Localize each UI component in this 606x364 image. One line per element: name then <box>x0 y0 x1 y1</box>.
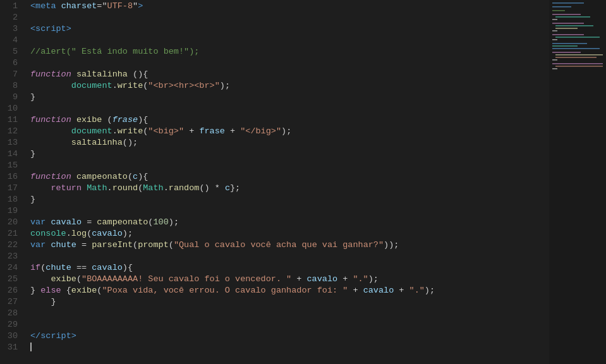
svg-rect-18 <box>555 54 603 56</box>
svg-rect-13 <box>552 39 557 40</box>
code-line: 30</script> <box>0 330 549 341</box>
line-content: var cavalo = campeonato(100); <box>25 217 549 227</box>
line-number: 13 <box>0 138 25 147</box>
code-line: 11function exibe (frase){ <box>0 114 549 125</box>
line-number: 27 <box>0 297 25 306</box>
line-content: return Math.round(Math.random() * c}; <box>25 183 549 193</box>
line-content: exibe("BOAAAAAAAA! Seu cavalo foi o venc… <box>25 274 549 284</box>
code-line: 7function saltalinha (){ <box>0 68 549 80</box>
svg-rect-12 <box>555 37 600 38</box>
code-line: 18} <box>0 193 549 205</box>
line-content: if(chute == cavalo){ <box>25 263 549 272</box>
line-content: function exibe (frase){ <box>25 115 549 124</box>
line-number: 22 <box>0 240 25 250</box>
svg-rect-2 <box>552 6 571 8</box>
line-content: //alert(" Está indo muito bem!"); <box>25 47 549 56</box>
code-line: 5//alert(" Está indo muito bem!"); <box>0 46 549 57</box>
svg-rect-20 <box>552 59 557 61</box>
line-number: 21 <box>0 229 25 238</box>
line-content: document.write("<br><hr><br>"); <box>25 81 549 90</box>
line-number: 15 <box>0 161 25 170</box>
line-number: 26 <box>0 286 25 295</box>
code-line: 23 <box>0 250 549 262</box>
line-content: } <box>25 195 549 204</box>
code-line: 15 <box>0 159 549 171</box>
line-number: 6 <box>0 58 25 68</box>
line-content: </script> <box>25 331 549 341</box>
code-line: 25 exibe("BOAAAAAAAA! Seu cavalo foi o v… <box>0 273 549 284</box>
line-number: 9 <box>0 92 25 102</box>
code-line: 10 <box>0 102 549 114</box>
line-number: 10 <box>0 104 25 113</box>
text-cursor <box>30 343 32 351</box>
code-lines: 1<meta charset="UTF-8">23<script>45//ale… <box>0 0 549 364</box>
line-number: 31 <box>0 343 25 352</box>
minimap <box>549 0 606 364</box>
code-line: 28 <box>0 307 549 318</box>
line-number: 29 <box>0 320 25 329</box>
line-number: 14 <box>0 149 25 159</box>
line-number: 11 <box>0 115 25 124</box>
code-line: 1<meta charset="UTF-8"> <box>0 0 549 11</box>
line-number: 30 <box>0 331 25 341</box>
svg-rect-6 <box>552 19 557 20</box>
line-content: } <box>25 149 549 159</box>
code-line: 19 <box>0 205 549 216</box>
code-line: 26} else {exibe("Poxa vida, você errou. … <box>0 284 549 296</box>
svg-rect-14 <box>552 43 587 44</box>
code-line: 6 <box>0 57 549 68</box>
line-number: 5 <box>0 47 25 56</box>
svg-rect-9 <box>555 28 578 29</box>
code-line: 31 <box>0 341 549 353</box>
code-line: 3<script> <box>0 23 549 34</box>
svg-rect-5 <box>555 16 590 18</box>
code-line: 16function campeonato(c){ <box>0 171 549 182</box>
line-content: document.write("<big>" + frase + "</big>… <box>25 126 549 136</box>
line-number: 18 <box>0 195 25 204</box>
line-number: 8 <box>0 81 25 90</box>
line-number: 3 <box>0 24 25 33</box>
code-line: 13 saltalinha(); <box>0 136 549 148</box>
svg-rect-17 <box>552 52 581 53</box>
line-content: <meta charset="UTF-8"> <box>25 1 549 11</box>
svg-rect-15 <box>552 46 578 47</box>
line-number: 19 <box>0 206 25 215</box>
code-line: 20var cavalo = campeonato(100); <box>0 216 549 228</box>
line-number: 23 <box>0 252 25 261</box>
line-content: var chute = parseInt(prompt("Qual o cava… <box>25 240 549 250</box>
line-number: 17 <box>0 183 25 193</box>
line-number: 7 <box>0 70 25 79</box>
code-line: 8 document.write("<br><hr><br>"); <box>0 80 549 91</box>
code-line: 9} <box>0 91 549 102</box>
line-content: } <box>25 297 549 306</box>
line-content: <script> <box>25 24 549 33</box>
svg-rect-21 <box>552 63 603 64</box>
code-line: 14} <box>0 148 549 159</box>
svg-rect-8 <box>555 25 593 27</box>
line-number: 16 <box>0 172 25 181</box>
code-line: 29 <box>0 318 549 330</box>
line-number: 4 <box>0 35 25 45</box>
code-line: 27 } <box>0 296 549 307</box>
code-line: 17 return Math.round(Math.random() * c}; <box>0 182 549 193</box>
code-line: 2 <box>0 11 549 23</box>
line-content: function campeonato(c){ <box>25 172 549 181</box>
line-content: function saltalinha (){ <box>25 70 549 79</box>
line-number: 24 <box>0 263 25 272</box>
svg-rect-7 <box>552 23 584 24</box>
code-editor[interactable]: 1<meta charset="UTF-8">23<script>45//ale… <box>0 0 549 364</box>
line-number: 1 <box>0 1 25 11</box>
code-line: 22var chute = parseInt(prompt("Qual o ca… <box>0 239 549 250</box>
line-number: 28 <box>0 308 25 318</box>
line-content: } else {exibe("Poxa vida, você errou. O … <box>25 286 549 295</box>
line-number: 25 <box>0 274 25 284</box>
svg-rect-1 <box>552 3 584 4</box>
line-content: } <box>25 92 549 102</box>
line-number: 2 <box>0 13 25 22</box>
line-number: 12 <box>0 126 25 136</box>
svg-rect-10 <box>552 30 557 32</box>
svg-rect-3 <box>552 10 565 11</box>
svg-rect-23 <box>552 68 557 70</box>
svg-rect-4 <box>552 14 581 15</box>
code-line: 12 document.write("<big>" + frase + "</b… <box>0 125 549 136</box>
